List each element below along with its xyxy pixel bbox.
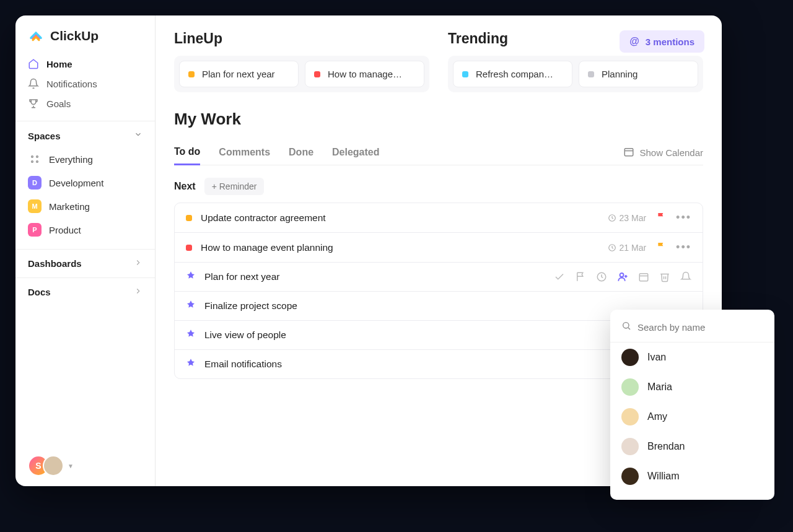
mentions-label: 3 mentions [646, 37, 694, 47]
card-label: Planning [602, 69, 637, 79]
add-reminder-button[interactable]: + Reminder [204, 178, 265, 195]
flag-icon[interactable] [656, 242, 666, 253]
sidebar: ClickUp Home Notifications Goals [15, 15, 156, 486]
svg-point-9 [620, 273, 624, 277]
nav-notifications[interactable]: Notifications [22, 74, 149, 94]
svg-point-1 [37, 156, 38, 158]
nav-docs[interactable]: Docs [15, 277, 155, 306]
task-title: Plan for next year [204, 271, 279, 282]
lineup-card[interactable]: How to manage… [305, 61, 424, 87]
avatar [43, 455, 64, 476]
show-calendar-label: Show Calendar [639, 147, 703, 158]
space-development[interactable]: D Development [15, 171, 155, 194]
status-dot [314, 71, 320, 77]
nav-notifications-label: Notifications [46, 79, 97, 89]
logo-icon [28, 28, 44, 44]
pin-icon [186, 271, 196, 283]
assign-icon[interactable] [617, 271, 628, 282]
calendar-icon [623, 146, 634, 159]
trash-icon[interactable] [659, 271, 670, 282]
bell-icon [28, 78, 39, 89]
nav-home[interactable]: Home [22, 54, 149, 74]
everything-icon [28, 152, 42, 166]
show-calendar-button[interactable]: Show Calendar [623, 146, 703, 159]
chevron-right-icon [134, 287, 142, 297]
pin-icon [186, 300, 196, 312]
status-dot [588, 71, 594, 77]
tab-done[interactable]: Done [289, 141, 313, 164]
avatar [621, 408, 639, 425]
assign-popover: Ivan Maria Amy Brendan William [610, 310, 774, 500]
nav-dashboards[interactable]: Dashboards [15, 249, 155, 277]
flag-outline-icon[interactable] [575, 271, 586, 282]
chevron-right-icon [134, 258, 142, 269]
search-input[interactable] [637, 322, 763, 333]
person-option[interactable]: Maria [610, 372, 774, 402]
space-label: Development [49, 178, 103, 188]
brand[interactable]: ClickUp [15, 15, 155, 54]
avatar [621, 378, 639, 396]
space-badge: D [28, 176, 42, 190]
lineup-card[interactable]: Plan for next year [179, 61, 299, 87]
tab-todo[interactable]: To do [174, 140, 200, 165]
nav-docs-label: Docs [28, 287, 51, 297]
svg-point-3 [37, 161, 38, 163]
space-product[interactable]: P Product [15, 218, 155, 242]
pin-icon [186, 358, 196, 370]
flag-icon[interactable] [656, 212, 666, 224]
person-name: Amy [647, 411, 667, 422]
task-row[interactable]: How to manage event planning 21 Mar ••• [175, 233, 703, 263]
svg-point-0 [32, 156, 33, 158]
status-dot [188, 71, 195, 77]
sidebar-user[interactable]: S ▼ [15, 445, 155, 486]
person-option[interactable]: Brendan [610, 432, 774, 461]
status-dot [186, 215, 192, 221]
mywork-tabs: To do Comments Done Delegated Show Calen… [174, 140, 703, 165]
clock-icon [608, 214, 616, 222]
at-icon: @ [629, 36, 639, 47]
person-option[interactable]: William [610, 461, 774, 491]
task-title: Email notifications [204, 359, 282, 370]
home-icon [28, 58, 39, 69]
nav-goals-label: Goals [46, 98, 71, 109]
person-name: Maria [647, 382, 672, 393]
space-label: Product [49, 225, 81, 235]
task-date: 23 Mar [608, 213, 647, 223]
task-title: How to manage event planning [201, 242, 333, 253]
brand-name: ClickUp [50, 28, 99, 43]
group-label: Next [174, 181, 196, 192]
task-row[interactable]: Plan for next year [175, 263, 703, 292]
more-icon[interactable]: ••• [676, 211, 691, 224]
space-marketing[interactable]: M Marketing [15, 194, 155, 218]
search-icon [621, 321, 631, 333]
lineup-title: LineUp [174, 30, 429, 47]
bell-icon[interactable] [680, 271, 691, 282]
person-option[interactable]: Amy [610, 402, 774, 432]
nav-home-label: Home [46, 59, 72, 69]
spaces-header-label: Spaces [28, 131, 61, 141]
status-dot [462, 71, 468, 77]
space-everything[interactable]: Everything [15, 147, 155, 171]
tab-delegated[interactable]: Delegated [332, 141, 379, 164]
avatar [621, 468, 639, 485]
calendar-icon[interactable] [638, 271, 649, 282]
card-label: Plan for next year [202, 69, 275, 79]
spaces-header[interactable]: Spaces [15, 121, 155, 147]
svg-point-14 [623, 323, 629, 328]
task-date: 21 Mar [608, 243, 647, 253]
task-group-header: Next + Reminder [174, 178, 703, 195]
tab-comments[interactable]: Comments [219, 141, 270, 164]
trending-card[interactable]: Refresh compan… [453, 61, 572, 87]
svg-line-15 [628, 328, 630, 329]
more-icon[interactable]: ••• [676, 241, 691, 254]
trending-card[interactable]: Planning [579, 61, 698, 87]
person-option[interactable]: Ivan [610, 342, 774, 372]
check-icon[interactable] [554, 271, 565, 282]
nav-goals[interactable]: Goals [22, 94, 149, 113]
avatar [621, 438, 639, 455]
nav-main: Home Notifications Goals [15, 54, 155, 121]
mentions-button[interactable]: @ 3 mentions [620, 30, 704, 53]
task-row[interactable]: Update contractor agreement 23 Mar ••• [175, 203, 703, 233]
clock-icon[interactable] [596, 271, 607, 282]
card-label: How to manage… [328, 69, 402, 79]
